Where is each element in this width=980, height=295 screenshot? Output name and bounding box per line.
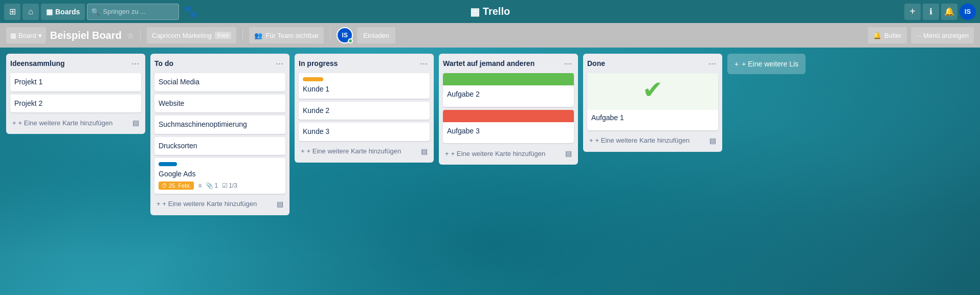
add-card-label: + Eine weitere Karte hinzufügen <box>18 119 113 127</box>
card-kunde3[interactable]: Kunde 3 ✏ <box>299 123 430 141</box>
butler-icon: 🔔 <box>873 32 881 39</box>
card-title: Kunde 1 <box>303 84 426 95</box>
list-menu-button[interactable]: ··· <box>418 59 430 68</box>
plus-icon: + <box>157 200 161 208</box>
card-title: Kunde 2 <box>303 106 426 116</box>
card-title: Projekt 2 <box>14 99 137 109</box>
boards-label: Boards <box>55 8 80 16</box>
info-button[interactable]: ℹ <box>923 4 939 20</box>
list-menu-button[interactable]: ··· <box>274 59 285 68</box>
card-title: Drucksorten <box>159 141 281 151</box>
card-title: Website <box>159 99 281 109</box>
home-button[interactable]: ⌂ <box>23 4 39 20</box>
visibility-button[interactable]: 👥 Für Team sichtbar <box>249 27 324 43</box>
plus-icon: + <box>445 150 449 157</box>
card-title: Aufgabe 1 <box>587 113 718 126</box>
board-bar: ▦ Board ▾ Beispiel Board ☆ Capricorn Mar… <box>0 23 980 48</box>
board-icon: ▦ <box>46 8 53 16</box>
workspace-button[interactable]: Capricorn Marketing Free <box>147 27 237 43</box>
list-header: Ideensammlung ··· <box>10 58 141 70</box>
add-card-button[interactable]: + + Eine weitere Karte hinzufügen ▤ <box>443 146 574 161</box>
search-container: 🔍 <box>87 4 179 20</box>
list-title: Wartet auf jemand anderen <box>443 59 562 67</box>
card-seo[interactable]: Suchmaschinenoptimierung ✏ <box>154 116 285 134</box>
add-list-button[interactable]: + + Eine weitere Lis <box>727 54 806 74</box>
list-wartet: Wartet auf jemand anderen ··· Aufgabe 2 … <box>439 54 578 165</box>
board-type-label: Board <box>18 32 36 39</box>
card-projekt1[interactable]: Projekt 1 ✏ <box>10 73 141 92</box>
chevron-down-icon: ▾ <box>38 32 42 39</box>
trello-logo: ▦ Trello <box>470 6 510 18</box>
list-title: In progress <box>299 59 418 67</box>
card-meta: ⏱ 25. Febr. ≡ 📎 1 ☑ 1/3 <box>159 181 281 190</box>
card-drucksorten[interactable]: Drucksorten ✏ <box>154 137 285 155</box>
notifications-button[interactable]: 🔔 <box>941 4 957 20</box>
list-todo: To do ··· Social Media ✏ Website ✏ Suchm… <box>150 54 289 215</box>
search-input[interactable] <box>87 4 179 20</box>
card-social[interactable]: Social Media ✏ <box>154 73 285 92</box>
plus-icon: + <box>12 119 16 127</box>
top-navigation: ⊞ ⌂ ▦ Boards 🔍 🐾 ▦ Trello + ℹ 🔔 IS <box>0 0 980 23</box>
card-kunde1[interactable]: Kunde 1 ✏ <box>299 73 430 99</box>
board-background: Ideensammlung ··· Projekt 1 ✏ Projekt 2 … <box>0 48 980 295</box>
card-website[interactable]: Website ✏ <box>154 95 285 113</box>
list-menu-button[interactable]: ··· <box>562 59 574 68</box>
trello-logo-text: Trello <box>483 6 510 17</box>
grid-menu-button[interactable]: ⊞ <box>4 4 20 20</box>
butler-button[interactable]: 🔔 Butler <box>868 27 907 43</box>
card-title: Google Ads <box>159 169 281 179</box>
list-header: To do ··· <box>154 58 285 70</box>
visibility-label: Für Team sichtbar <box>265 32 319 39</box>
list-title: To do <box>154 59 274 67</box>
card-title: Kunde 3 <box>303 127 426 137</box>
online-indicator <box>348 38 353 43</box>
card-google-ads[interactable]: Google Ads ⏱ 25. Febr. ≡ 📎 1 ☑ 1/3 ✏ <box>154 158 285 194</box>
separator2 <box>242 29 243 41</box>
add-card-button[interactable]: + + Eine weitere Karte hinzufügen ▤ <box>154 197 285 211</box>
mascot-icon: 🐾 <box>181 3 199 21</box>
clock-icon: ⏱ <box>162 183 167 189</box>
separator <box>140 29 141 41</box>
card-kunde2[interactable]: Kunde 2 ✏ <box>299 102 430 120</box>
card-due-date: ⏱ 25. Febr. <box>159 181 194 190</box>
card-color-bar-green <box>443 73 574 85</box>
add-card-label: + Eine weitere Karte hinzufügen <box>595 137 690 144</box>
member-avatar[interactable]: IS <box>337 27 353 43</box>
template-icon: ▤ <box>132 119 139 127</box>
list-title: Done <box>587 59 706 67</box>
list-header: Done ··· <box>587 58 718 70</box>
card-title: Aufgabe 3 <box>443 126 574 140</box>
checklist-icon: ☑ 1/3 <box>222 182 237 189</box>
menu-button[interactable]: ··· Menü anzeigen <box>911 27 974 43</box>
add-button[interactable]: + <box>904 4 921 20</box>
card-projekt2[interactable]: Projekt 2 ✏ <box>10 95 141 113</box>
card-aufgabe1[interactable]: ✔ Aufgabe 1 ✏ <box>587 73 718 130</box>
list-title: Ideensammlung <box>10 59 129 67</box>
card-aufgabe3[interactable]: Aufgabe 3 ✏ <box>443 110 574 144</box>
card-label-blue <box>159 162 177 166</box>
template-icon: ▤ <box>421 147 428 155</box>
boards-button[interactable]: ▦ Boards <box>41 4 85 20</box>
add-card-label: + Eine weitere Karte hinzufügen <box>163 200 257 208</box>
nav-right-actions: + ℹ 🔔 IS <box>904 4 976 20</box>
invite-button[interactable]: Einladen <box>357 27 395 43</box>
checkmark-icon: ✔ <box>642 75 663 104</box>
eye-icon: 👥 <box>254 32 262 39</box>
list-inprogress: In progress ··· Kunde 1 ✏ Kunde 2 ✏ Kund… <box>295 54 434 163</box>
avatar[interactable]: IS <box>960 4 976 20</box>
list-menu-button[interactable]: ··· <box>129 59 141 68</box>
list-header: In progress ··· <box>299 58 430 70</box>
plus-icon: + <box>734 60 739 68</box>
trello-logo-icon: ▦ <box>470 6 480 18</box>
card-aufgabe2[interactable]: Aufgabe 2 ✏ <box>443 73 574 107</box>
list-menu-button[interactable]: ··· <box>706 59 718 68</box>
board-bar-right: 🔔 Butler ··· Menü anzeigen <box>868 27 974 43</box>
add-card-button[interactable]: + + Eine weitere Karte hinzufügen ▤ <box>10 116 141 130</box>
add-card-button[interactable]: + + Eine weitere Karte hinzufügen ▤ <box>587 133 718 148</box>
attachment-icon: 📎 1 <box>206 182 218 189</box>
board-type-button[interactable]: ▦ Board ▾ <box>6 27 46 43</box>
add-card-button[interactable]: + + Eine weitere Karte hinzufügen ▤ <box>299 144 430 158</box>
due-label: 25. Febr. <box>169 183 191 189</box>
star-icon[interactable]: ☆ <box>127 31 134 40</box>
member-avatar-label: IS <box>342 32 348 39</box>
